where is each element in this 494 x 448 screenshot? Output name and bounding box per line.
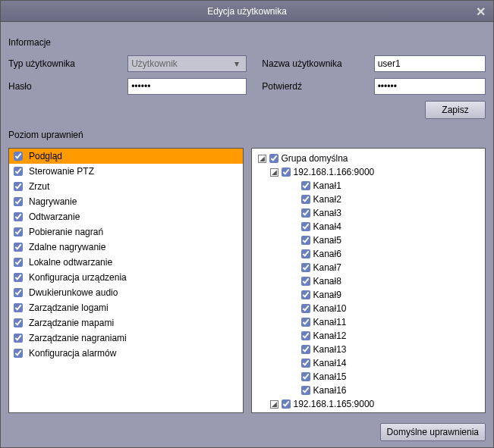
permission-label: Zdalne nagrywanie: [29, 242, 105, 252]
tree-channel[interactable]: Kanał8: [253, 274, 484, 288]
tree-channel[interactable]: Kanał10: [253, 302, 484, 315]
tree-label: Grupa domyślna: [282, 153, 348, 164]
tree-channel[interactable]: Kanał4: [253, 220, 484, 233]
permissions-list[interactable]: PodglądSterowanie PTZZrzutNagrywanieOdtw…: [8, 148, 244, 413]
permission-label: Konfiguracja alarmów: [29, 348, 116, 359]
permission-checkbox[interactable]: [14, 182, 23, 191]
tree-checkbox[interactable]: [301, 331, 310, 340]
tree-label: Kanał7: [313, 262, 341, 273]
permission-item[interactable]: Konfiguracja alarmów: [9, 346, 243, 361]
tree-checkbox[interactable]: [301, 208, 310, 218]
tree-label: Kanał5: [313, 235, 341, 246]
permission-checkbox[interactable]: [14, 152, 23, 161]
permission-label: Pobieranie nagrań: [29, 227, 103, 237]
collapse-icon[interactable]: ◢: [258, 155, 266, 163]
permission-checkbox[interactable]: [14, 349, 23, 358]
tree-device[interactable]: ◢192.168.1.165:9000: [253, 397, 484, 411]
permission-item[interactable]: Konfiguracja urządzenia: [9, 270, 243, 285]
permission-checkbox[interactable]: [14, 243, 23, 252]
permission-item[interactable]: Podgląd: [9, 149, 243, 164]
permission-checkbox[interactable]: [14, 273, 23, 282]
permission-item[interactable]: Lokalne odtwarzanie: [9, 255, 243, 270]
permission-item[interactable]: Sterowanie PTZ: [9, 164, 243, 179]
permission-item[interactable]: Zarządzanie logami: [9, 300, 243, 315]
permission-checkbox[interactable]: [14, 167, 23, 176]
row-user-type: Typ użytkownika Użytkownik ▾ Nazwa użytk…: [8, 55, 486, 72]
user-edit-dialog: Edycja użytkownika ✕ Informacje Typ użyt…: [0, 0, 494, 448]
tree-device[interactable]: ◢192.168.1.166:9000: [253, 165, 484, 179]
tree-label: Kanał1: [313, 412, 341, 413]
user-type-select[interactable]: Użytkownik ▾: [127, 55, 247, 72]
section-info-label: Informacje: [8, 37, 486, 48]
permission-item[interactable]: Zarządzanie mapami: [9, 315, 243, 331]
tree-checkbox[interactable]: [282, 168, 291, 177]
confirm-field[interactable]: [374, 78, 486, 95]
tree-channel[interactable]: Kanał2: [253, 193, 484, 206]
tree-channel[interactable]: Kanał11: [253, 315, 484, 329]
tree-channel[interactable]: Kanał9: [253, 288, 484, 302]
permission-checkbox[interactable]: [14, 318, 23, 327]
tree-label: Kanał1: [313, 180, 341, 191]
permission-checkbox[interactable]: [14, 227, 23, 237]
permission-item[interactable]: Zdalne nagrywanie: [9, 240, 243, 255]
tree-channel[interactable]: Kanał14: [253, 356, 484, 370]
tree-checkbox[interactable]: [301, 263, 310, 272]
tree-checkbox[interactable]: [301, 222, 310, 231]
tree-checkbox[interactable]: [301, 304, 310, 313]
tree-checkbox[interactable]: [301, 236, 310, 245]
password-label: Hasło: [8, 81, 127, 92]
tree-label: Kanał10: [313, 303, 347, 314]
tree-checkbox[interactable]: [301, 345, 310, 354]
close-icon[interactable]: ✕: [474, 5, 487, 18]
tree-checkbox[interactable]: [301, 318, 310, 327]
dialog-title: Edycja użytkownika: [207, 6, 287, 17]
permission-label: Odtwarzanie: [29, 211, 80, 222]
collapse-icon[interactable]: ◢: [270, 168, 278, 177]
permission-checkbox[interactable]: [14, 303, 23, 312]
channel-tree[interactable]: ◢Grupa domyślna◢192.168.1.166:9000Kanał1…: [251, 148, 486, 413]
tree-label: Kanał14: [313, 358, 347, 368]
chevron-down-icon: ▾: [231, 58, 243, 69]
permission-item[interactable]: Dwukierunkowe audio: [9, 285, 243, 300]
tree-channel[interactable]: Kanał13: [253, 343, 484, 356]
permission-checkbox[interactable]: [14, 212, 23, 221]
tree-label: Kanał15: [313, 371, 347, 382]
permission-label: Konfiguracja urządzenia: [29, 272, 127, 283]
tree-checkbox[interactable]: [269, 154, 278, 163]
tree-channel[interactable]: Kanał12: [253, 329, 484, 343]
tree-checkbox[interactable]: [301, 195, 310, 204]
permission-item[interactable]: Zarządzanie nagraniami: [9, 331, 243, 346]
tree-channel[interactable]: Kanał16: [253, 384, 484, 397]
permission-item[interactable]: Odtwarzanie: [9, 209, 243, 224]
tree-checkbox[interactable]: [301, 359, 310, 368]
tree-label: Kanał11: [313, 317, 347, 327]
tree-channel[interactable]: Kanał1: [253, 179, 484, 193]
permission-item[interactable]: Zrzut: [9, 179, 243, 194]
tree-channel[interactable]: Kanał1: [253, 411, 484, 413]
username-field[interactable]: [374, 55, 486, 72]
permission-checkbox[interactable]: [14, 258, 23, 267]
default-permissions-button[interactable]: Domyślne uprawnienia: [380, 423, 486, 441]
permission-checkbox[interactable]: [14, 197, 23, 206]
tree-root[interactable]: ◢Grupa domyślna: [253, 152, 484, 165]
permission-label: Podgląd: [29, 151, 62, 161]
permission-checkbox[interactable]: [14, 334, 23, 343]
tree-channel[interactable]: Kanał5: [253, 233, 484, 247]
tree-channel[interactable]: Kanał7: [253, 261, 484, 274]
tree-checkbox[interactable]: [301, 372, 310, 381]
tree-checkbox[interactable]: [301, 249, 310, 258]
save-button[interactable]: Zapisz: [425, 101, 486, 119]
tree-checkbox[interactable]: [301, 290, 310, 299]
permission-item[interactable]: Nagrywanie: [9, 194, 243, 209]
tree-checkbox[interactable]: [301, 181, 310, 190]
permission-checkbox[interactable]: [14, 288, 23, 297]
tree-checkbox[interactable]: [282, 399, 291, 409]
password-field[interactable]: [127, 78, 247, 95]
collapse-icon[interactable]: ◢: [270, 400, 278, 409]
tree-channel[interactable]: Kanał3: [253, 206, 484, 220]
tree-channel[interactable]: Kanał6: [253, 247, 484, 261]
tree-channel[interactable]: Kanał15: [253, 370, 484, 384]
tree-checkbox[interactable]: [301, 386, 310, 395]
permission-item[interactable]: Pobieranie nagrań: [9, 224, 243, 240]
tree-checkbox[interactable]: [301, 277, 310, 286]
